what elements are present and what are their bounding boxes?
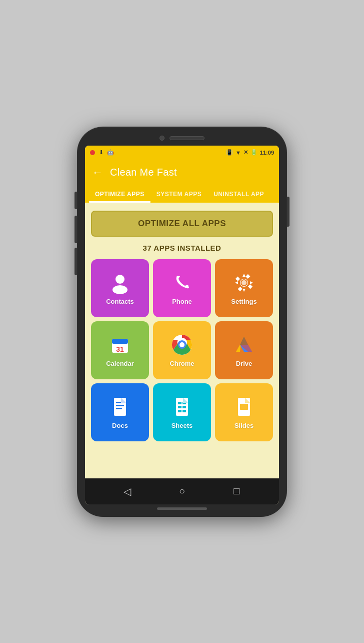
speaker-camera-area xyxy=(160,136,204,141)
svg-rect-23 xyxy=(178,406,182,408)
svg-rect-24 xyxy=(182,406,186,408)
svg-rect-19 xyxy=(116,408,122,409)
contacts-icon xyxy=(108,271,132,295)
slides-label: Slides xyxy=(234,422,254,429)
app-tile-slides[interactable]: Slides xyxy=(215,383,273,441)
app-tile-drive[interactable]: Drive xyxy=(215,321,273,379)
wifi-icon: ▼ xyxy=(236,150,241,156)
app-title: Clean Me Fast xyxy=(110,167,177,178)
svg-point-3 xyxy=(242,280,246,285)
docs-icon xyxy=(108,395,132,419)
phone-top xyxy=(81,134,283,144)
content-area: OPTIMIZE ALL APPS 37 APPS INSTALLED Cont… xyxy=(85,203,279,478)
contacts-label: Contacts xyxy=(106,298,134,305)
calendar-icon: 31 xyxy=(108,333,132,357)
app-tile-docs[interactable]: Docs xyxy=(91,383,149,441)
svg-point-10 xyxy=(180,342,184,347)
notification-dot xyxy=(90,150,95,155)
phone-label: Phone xyxy=(172,298,192,305)
svg-rect-21 xyxy=(178,402,182,404)
svg-rect-5 xyxy=(112,339,128,344)
svg-rect-20 xyxy=(176,398,188,416)
home-indicator xyxy=(157,507,207,510)
svg-rect-16 xyxy=(114,398,126,416)
nav-back-button[interactable]: ◁ xyxy=(118,482,136,500)
status-right-icons: 📳 ▼ ✕ 🔋 11:09 xyxy=(226,149,274,156)
svg-point-0 xyxy=(116,275,124,284)
svg-rect-26 xyxy=(182,410,186,412)
chrome-icon xyxy=(170,333,194,357)
app-tile-chrome[interactable]: Chrome xyxy=(153,321,211,379)
phone-device: ⬇ 🤖 📳 ▼ ✕ 🔋 11:09 ← Clean Me Fast OPTIMI… xyxy=(77,127,287,517)
nav-back-icon: ◁ xyxy=(124,485,131,497)
apps-installed-count: 37 APPS INSTALLED xyxy=(143,244,222,252)
android-icon: 🤖 xyxy=(107,149,114,156)
svg-marker-15 xyxy=(240,337,252,352)
drive-label: Drive xyxy=(236,360,252,367)
app-grid: Contacts Phone xyxy=(91,259,273,441)
app-tile-calendar[interactable]: 31 Calendar xyxy=(91,321,149,379)
nav-recent-icon: □ xyxy=(234,485,240,497)
sheets-icon xyxy=(170,395,194,419)
chrome-label: Chrome xyxy=(170,360,194,367)
nav-home-icon: ○ xyxy=(179,485,185,497)
settings-label: Settings xyxy=(231,298,256,305)
app-tile-sheets[interactable]: Sheets xyxy=(153,383,211,441)
signal-icon: ✕ xyxy=(244,149,248,156)
camera xyxy=(160,136,164,141)
svg-rect-28 xyxy=(240,404,248,410)
back-button[interactable]: ← xyxy=(92,166,103,179)
tab-system-apps[interactable]: SYSTEM APPS xyxy=(150,186,208,203)
status-bar: ⬇ 🤖 📳 ▼ ✕ 🔋 11:09 xyxy=(85,146,279,160)
tab-uninstall-app[interactable]: UNINSTALL APP xyxy=(208,186,270,203)
calendar-label: Calendar xyxy=(106,360,134,367)
battery-icon: 🔋 xyxy=(250,149,258,156)
phone-screen: ⬇ 🤖 📳 ▼ ✕ 🔋 11:09 ← Clean Me Fast OPTIMI… xyxy=(85,146,279,504)
drive-icon xyxy=(232,333,256,357)
slides-icon xyxy=(232,395,256,419)
power-button xyxy=(287,197,290,227)
vibrate-icon: 📳 xyxy=(226,149,233,156)
svg-rect-25 xyxy=(178,410,182,412)
nav-recent-button[interactable]: □ xyxy=(228,482,246,500)
status-left-icons: ⬇ 🤖 xyxy=(90,149,114,156)
app-tile-settings[interactable]: Settings xyxy=(215,259,273,317)
bottom-navigation: ◁ ○ □ xyxy=(85,478,279,504)
tabs-bar: OPTIMIZE APPS SYSTEM APPS UNINSTALL APP xyxy=(85,186,279,203)
tab-optimize-apps[interactable]: OPTIMIZE APPS xyxy=(89,186,150,203)
sheets-label: Sheets xyxy=(172,422,193,429)
svg-marker-12 xyxy=(236,343,241,352)
download-icon: ⬇ xyxy=(98,149,104,156)
speaker xyxy=(170,136,204,140)
app-bar: ← Clean Me Fast xyxy=(85,160,279,186)
svg-point-1 xyxy=(112,285,128,294)
app-tile-phone[interactable]: Phone xyxy=(153,259,211,317)
silent-button xyxy=(74,248,77,275)
phone-bottom-bar xyxy=(81,507,283,510)
volume-down-button xyxy=(74,216,77,243)
status-time: 11:09 xyxy=(260,150,274,156)
docs-label: Docs xyxy=(112,422,128,429)
volume-up-button xyxy=(74,192,77,209)
app-tile-contacts[interactable]: Contacts xyxy=(91,259,149,317)
svg-text:31: 31 xyxy=(116,345,124,353)
optimize-all-apps-button[interactable]: OPTIMIZE ALL APPS xyxy=(91,211,273,237)
settings-icon xyxy=(232,271,256,295)
svg-rect-18 xyxy=(116,405,124,406)
phone-icon xyxy=(170,271,194,295)
nav-home-button[interactable]: ○ xyxy=(173,482,191,500)
